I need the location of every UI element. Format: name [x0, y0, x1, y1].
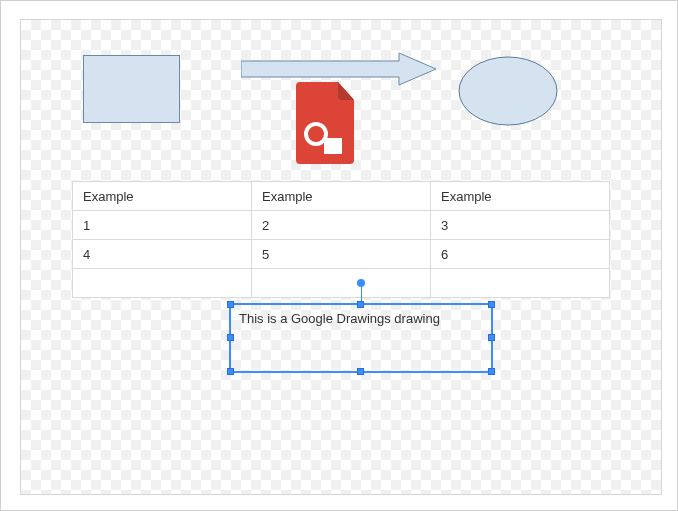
- table-header-cell[interactable]: Example: [431, 182, 610, 211]
- rectangle-shape[interactable]: [83, 55, 180, 123]
- resize-handle-s[interactable]: [357, 368, 364, 375]
- table-row: [73, 269, 610, 298]
- drawing-canvas[interactable]: Example Example Example 1 2 3 4 5 6: [20, 19, 662, 495]
- table-cell[interactable]: 5: [252, 240, 431, 269]
- google-drawings-icon[interactable]: [296, 82, 358, 164]
- table-header-cell[interactable]: Example: [252, 182, 431, 211]
- table-cell[interactable]: 3: [431, 211, 610, 240]
- table-cell[interactable]: 4: [73, 240, 252, 269]
- svg-marker-0: [241, 53, 436, 85]
- table-row: 1 2 3: [73, 211, 610, 240]
- text-box-content: This is a Google Drawings drawing: [239, 311, 440, 326]
- table-header-row: Example Example Example: [73, 182, 610, 211]
- table-cell[interactable]: 6: [431, 240, 610, 269]
- table-cell[interactable]: [73, 269, 252, 298]
- resize-handle-sw[interactable]: [227, 368, 234, 375]
- resize-handle-w[interactable]: [227, 334, 234, 341]
- resize-handle-ne[interactable]: [488, 301, 495, 308]
- svg-rect-3: [324, 138, 342, 154]
- text-box-selected[interactable]: This is a Google Drawings drawing: [229, 303, 493, 373]
- resize-handle-n[interactable]: [357, 301, 364, 308]
- table-cell[interactable]: 1: [73, 211, 252, 240]
- table-cell[interactable]: 2: [252, 211, 431, 240]
- table-row: 4 5 6: [73, 240, 610, 269]
- example-table[interactable]: Example Example Example 1 2 3 4 5 6: [72, 181, 610, 298]
- resize-handle-nw[interactable]: [227, 301, 234, 308]
- resize-handle-se[interactable]: [488, 368, 495, 375]
- table-header-cell[interactable]: Example: [73, 182, 252, 211]
- rotation-handle[interactable]: [357, 279, 365, 287]
- ellipse-shape[interactable]: [458, 56, 558, 126]
- resize-handle-e[interactable]: [488, 334, 495, 341]
- svg-point-1: [459, 57, 557, 125]
- table-cell[interactable]: [431, 269, 610, 298]
- table-cell[interactable]: [252, 269, 431, 298]
